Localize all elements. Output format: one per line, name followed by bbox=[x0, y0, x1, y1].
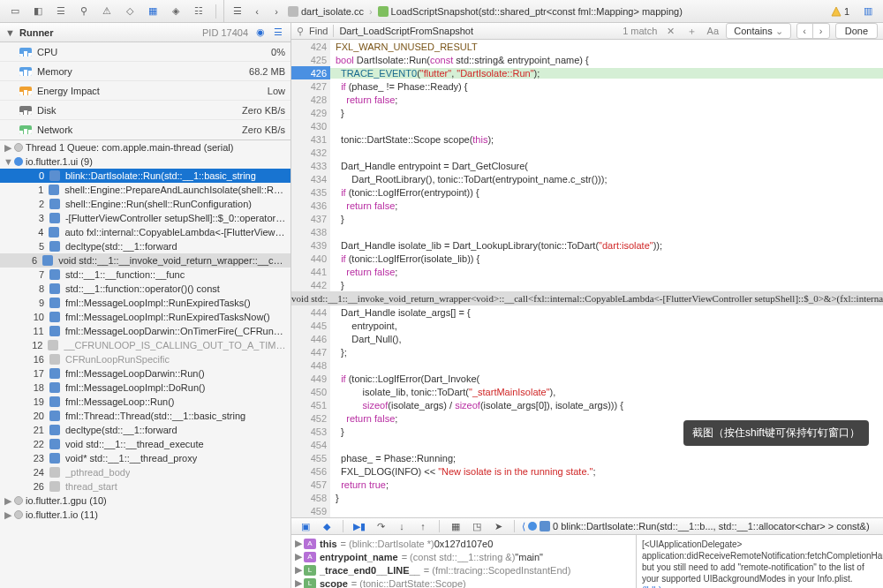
code-line[interactable]: 439 Dart_Handle isolate_lib = Dart_Looku… bbox=[291, 238, 883, 252]
code-line[interactable]: 425bool DartIsolate::Run(const std::stri… bbox=[291, 53, 883, 66]
code-line[interactable]: 424FXL_WARN_UNUSED_RESULT bbox=[291, 40, 883, 53]
code-line[interactable]: 429 } bbox=[291, 106, 883, 119]
stack-frame[interactable]: 17fml::MessageLoopDarwin::Run() bbox=[0, 366, 291, 381]
variable-row[interactable]: ▶Aentrypoint_name = (const std::__1::str… bbox=[291, 550, 636, 563]
code-line[interactable]: 448 bbox=[291, 358, 883, 372]
debug-breadcrumb[interactable]: ⟨ 0 blink::DartIsolate::Run(std::__1::b.… bbox=[522, 521, 878, 532]
debug-navigator-icon[interactable]: ▦ bbox=[143, 3, 162, 20]
symbols-icon[interactable]: ☰ bbox=[51, 3, 71, 20]
find-icon[interactable]: ⚲ bbox=[74, 3, 94, 20]
code-line[interactable]: 450 isolate_lib, tonic::ToDart("_startMa… bbox=[291, 385, 883, 398]
code-line[interactable]: 426 TRACE_EVENT0("flutter", "DartIsolate… bbox=[291, 66, 883, 79]
stack-frame[interactable]: 4auto fxl::internal::CopyableLambda<-[Fl… bbox=[0, 225, 291, 239]
stack-frame[interactable]: 3-[FlutterViewController setupShell]::$_… bbox=[0, 211, 291, 225]
find-next-icon[interactable]: › bbox=[813, 24, 829, 38]
find-done-button[interactable]: Done bbox=[835, 23, 878, 39]
metric-row[interactable]: NetworkZero KB/s bbox=[0, 120, 291, 139]
tests-icon[interactable]: ◇ bbox=[120, 3, 140, 20]
stack-frame[interactable]: 2shell::Engine::Run(shell::RunConfigurat… bbox=[0, 197, 291, 211]
code-line[interactable]: 427 if (phase_ != Phase::Ready) { bbox=[291, 79, 883, 93]
view-debug-icon[interactable]: ▦ bbox=[447, 518, 464, 534]
stack-frame[interactable]: 8std::__1::function::operator()() const bbox=[0, 282, 291, 296]
stack-frame[interactable]: 5decltype(std::__1::forward bbox=[0, 239, 291, 253]
stack-frame[interactable]: 19fml::MessageLoop::Run() bbox=[0, 395, 291, 409]
code-line[interactable]: 432 bbox=[291, 146, 883, 159]
stack-frame[interactable]: 20fml::Thread::Thread(std::__1::basic_st… bbox=[0, 409, 291, 423]
stack-frame[interactable]: 10fml::MessageLoopImpl::RunExpiredTasksN… bbox=[0, 310, 291, 324]
code-line[interactable]: 430 bbox=[291, 119, 883, 132]
breadcrumb-file[interactable]: dart_isolate.cc bbox=[288, 6, 364, 17]
memory-graph-icon[interactable]: ◳ bbox=[468, 518, 486, 534]
code-line[interactable]: 455 phase_ = Phase::Running; bbox=[291, 451, 883, 464]
code-line[interactable]: 435 if (tonic::LogIfError(entrypoint)) { bbox=[291, 185, 883, 199]
breadcrumb-function[interactable]: LoadScriptSnapshot(std::shared_ptr<const… bbox=[378, 6, 683, 17]
breakpoints-nav-icon[interactable]: ◈ bbox=[166, 3, 185, 20]
stack-frame[interactable]: 9fml::MessageLoopImpl::RunExpiredTasks() bbox=[0, 296, 291, 310]
code-line[interactable]: 446 Dart_Null(), bbox=[291, 332, 883, 345]
reports-icon[interactable]: ☷ bbox=[189, 3, 208, 20]
variable-row[interactable]: ▶Athis = (blink::DartIsolate *) 0x127d10… bbox=[291, 537, 636, 550]
stack-frame[interactable]: 16CFRunLoopRunSpecific bbox=[0, 352, 291, 366]
folder-icon[interactable]: ▭ bbox=[5, 3, 25, 20]
metric-row[interactable]: Energy ImpactLow bbox=[0, 81, 291, 101]
code-line[interactable]: 449 if (tonic::LogIfError(Dart_Invoke( bbox=[291, 372, 883, 385]
code-line[interactable]: 436 return false; bbox=[291, 199, 883, 212]
clear-icon[interactable]: ✕ bbox=[662, 24, 678, 38]
disclosure-icon[interactable]: ▼ bbox=[5, 27, 14, 38]
thread-row[interactable]: ▶Thread 1 Queue: com.apple.main-thread (… bbox=[0, 140, 291, 155]
find-mode-contains[interactable]: Contains⌄ bbox=[726, 23, 790, 39]
stack-frame[interactable]: 1shell::Engine::PrepareAndLaunchIsolate(… bbox=[0, 183, 291, 197]
thread-row[interactable]: ▶io.flutter.1.gpu (10) bbox=[0, 494, 291, 508]
find-prev-icon[interactable]: ‹ bbox=[797, 24, 813, 38]
variable-row[interactable]: ▶Lscope = (tonic::DartState::Scope) bbox=[291, 577, 636, 588]
stack-frame[interactable]: 23void* std::__1::__thread_proxy bbox=[0, 451, 291, 465]
thread-row[interactable]: ▼io.flutter.1.ui (9) bbox=[0, 155, 291, 169]
variable-row[interactable]: ▶L_trace_end0__LINE__ = (fml::tracing::S… bbox=[291, 563, 636, 577]
code-line[interactable]: 451 sizeof(isolate_args) / sizeof(isolat… bbox=[291, 398, 883, 411]
stack-frame[interactable]: 22void std::__1::__thread_execute bbox=[0, 437, 291, 451]
step-out-icon[interactable]: ↑ bbox=[414, 518, 432, 534]
stack-frame[interactable]: 12__CFRUNLOOP_IS_CALLING_OUT_TO_A_TIMER_… bbox=[0, 338, 291, 352]
code-line[interactable]: 445 entrypoint, bbox=[291, 319, 883, 332]
stack-frame[interactable]: 18fml::MessageLoopImpl::DoRun() bbox=[0, 381, 291, 395]
metric-row[interactable]: CPU0% bbox=[0, 42, 291, 62]
stack-frame[interactable]: 0blink::DartIsolate::Run(std::__1::basic… bbox=[0, 169, 291, 183]
find-input[interactable] bbox=[339, 26, 617, 36]
code-line[interactable]: 440 if (tonic::LogIfError(isolate_lib)) … bbox=[291, 252, 883, 265]
stack-frame[interactable]: 7std::__1::__function::__func bbox=[0, 268, 291, 282]
code-line[interactable]: void std::__1::__invoke_void_return_wrap… bbox=[291, 291, 883, 305]
warning-indicator[interactable]: 1 bbox=[826, 6, 855, 17]
metric-row[interactable]: Memory68.2 MB bbox=[0, 62, 291, 81]
back-icon[interactable]: ‹ bbox=[249, 4, 265, 19]
code-line[interactable]: 428 return false; bbox=[291, 93, 883, 106]
console-view[interactable]: [<UIApplicationDelegate> application:did… bbox=[636, 535, 883, 588]
step-over-icon[interactable]: ↷ bbox=[372, 518, 389, 534]
code-line[interactable]: 438 bbox=[291, 225, 883, 238]
code-line[interactable]: 447 }; bbox=[291, 345, 883, 358]
breakpoints-toggle-icon[interactable]: ◆ bbox=[318, 518, 336, 534]
stack-frame[interactable]: 6void std::__1::__invoke_void_return_wra… bbox=[0, 253, 291, 268]
code-line[interactable]: 456 FXL_DLOG(INFO) << "New isolate is in… bbox=[291, 464, 883, 478]
location-icon[interactable]: ➤ bbox=[489, 518, 507, 534]
continue-icon[interactable]: ▶▮ bbox=[351, 518, 368, 534]
stack-frame[interactable]: 24_pthread_body bbox=[0, 465, 291, 479]
code-line[interactable]: 441 return false; bbox=[291, 265, 883, 278]
forward-icon[interactable]: › bbox=[268, 4, 284, 19]
eye-icon[interactable]: ◉ bbox=[253, 26, 268, 40]
stack-frame[interactable]: 11fml::MessageLoopDarwin::OnTimerFire(_C… bbox=[0, 324, 291, 338]
metric-row[interactable]: DiskZero KB/s bbox=[0, 101, 291, 120]
issues-icon[interactable]: ⚠ bbox=[97, 3, 117, 20]
source-control-icon[interactable]: ◧ bbox=[28, 3, 48, 20]
add-icon[interactable]: ＋ bbox=[683, 24, 699, 38]
code-line[interactable]: 433 Dart_Handle entrypoint = Dart_GetClo… bbox=[291, 159, 883, 172]
step-in-icon[interactable]: ↓ bbox=[393, 518, 411, 534]
thread-row[interactable]: ▶io.flutter.1.io (11) bbox=[0, 508, 291, 522]
code-line[interactable]: 459 bbox=[291, 504, 883, 517]
toggle-debug-area-icon[interactable]: ▣ bbox=[297, 518, 314, 534]
related-files-icon[interactable]: ☰ bbox=[230, 4, 245, 19]
find-label[interactable]: Find bbox=[309, 26, 328, 36]
code-line[interactable]: 437 } bbox=[291, 212, 883, 225]
case-icon[interactable]: Aa bbox=[705, 24, 721, 38]
code-line[interactable]: 431 tonic::DartState::Scope scope(this); bbox=[291, 132, 883, 146]
code-line[interactable]: 457 return true; bbox=[291, 478, 883, 491]
